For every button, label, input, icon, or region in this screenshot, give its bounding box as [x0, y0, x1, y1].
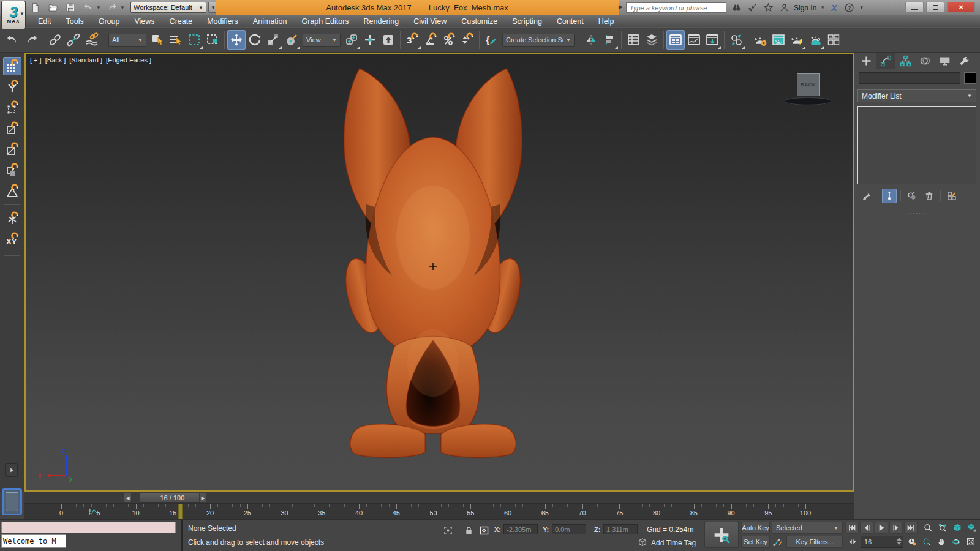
chevron-down-icon[interactable]: ▼	[820, 5, 825, 10]
select-by-name-button[interactable]	[167, 30, 185, 50]
restore-button[interactable]	[926, 2, 944, 13]
save-file-button[interactable]	[64, 2, 77, 14]
render-setup-button[interactable]	[751, 30, 769, 50]
go-to-start-button[interactable]	[845, 522, 859, 534]
maxscript-macro-recorder-line[interactable]	[1, 522, 176, 533]
remove-modifier-button[interactable]	[922, 189, 937, 203]
menu-group[interactable]: Group	[91, 15, 127, 27]
edit-named-selection-sets-button[interactable]: {	[482, 30, 500, 50]
selection-lock-toggle-button[interactable]	[462, 524, 475, 536]
auto-key-button[interactable]: Auto Key	[741, 522, 770, 534]
binoculars-button[interactable]	[730, 2, 742, 14]
menu-content[interactable]: Content	[549, 15, 591, 27]
use-pivot-point-center-button[interactable]	[342, 30, 361, 50]
zoom-extents-button[interactable]	[951, 522, 964, 534]
time-configuration-button[interactable]	[905, 536, 919, 548]
favorites-star-button[interactable]	[762, 2, 774, 14]
snap-to-face-button[interactable]	[3, 140, 21, 159]
tab-motion[interactable]	[915, 53, 935, 69]
set-keys-button[interactable]	[704, 522, 739, 548]
coordinate-y-field[interactable]	[552, 524, 586, 534]
menu-civil-view[interactable]: Civil View	[406, 15, 454, 27]
select-and-place-button[interactable]	[282, 30, 301, 50]
undo-button[interactable]	[4, 30, 22, 50]
key-step-toggle[interactable]	[846, 536, 859, 548]
tab-create[interactable]	[856, 53, 876, 69]
viewport-general-menu[interactable]: [ + ]	[30, 56, 42, 64]
snaps-toggle-3d-button[interactable]: 3	[403, 30, 421, 50]
object-color-swatch[interactable]	[964, 72, 976, 84]
infocenter-expand-icon[interactable]: ▶	[619, 4, 623, 10]
bind-to-space-warp-button[interactable]	[83, 30, 101, 50]
align-button[interactable]	[600, 30, 619, 50]
current-frame-marker[interactable]	[178, 504, 183, 519]
close-button[interactable]: ×	[947, 2, 975, 13]
spinner-snap-toggle-button[interactable]	[458, 30, 477, 50]
toggle-scene-explorer-button[interactable]	[624, 30, 643, 50]
isolate-selection-toggle-button[interactable]	[442, 524, 454, 536]
fox-mesh-object[interactable]	[26, 54, 853, 490]
add-time-tag-button[interactable]: Add Time Tag	[651, 539, 696, 547]
sign-in-button[interactable]: Sign In	[794, 4, 816, 12]
pan-hand-button[interactable]	[935, 536, 948, 548]
mirror-button[interactable]	[582, 30, 600, 50]
menu-tools[interactable]: Tools	[59, 15, 91, 27]
snap-to-frozen-button[interactable]	[3, 209, 21, 228]
menu-graph-editors[interactable]: Graph Editors	[294, 15, 356, 27]
render-production-button[interactable]	[788, 30, 806, 50]
object-name-field[interactable]	[859, 72, 960, 84]
viewport-layout-flyout-button[interactable]	[5, 463, 18, 477]
maximize-viewport-toggle-button[interactable]	[964, 536, 978, 548]
pin-stack-button[interactable]	[859, 189, 874, 203]
select-and-scale-button[interactable]	[264, 30, 282, 50]
next-frame-arrow[interactable]: ▶	[199, 493, 207, 503]
menu-animation[interactable]: Animation	[246, 15, 295, 27]
help-button[interactable]: ?	[843, 2, 856, 14]
next-frame-button[interactable]	[889, 522, 903, 534]
keyboard-shortcut-override-toggle-button[interactable]	[379, 30, 398, 50]
render-in-cloud-button[interactable]	[806, 30, 824, 50]
track-bar[interactable]: 0510152025303540455055606570758085909510…	[24, 504, 854, 519]
orbit-button[interactable]	[949, 536, 963, 548]
tab-hierarchy[interactable]	[895, 53, 915, 69]
current-frame-field[interactable]	[861, 536, 903, 548]
snap-axis-constraints-button[interactable]: XY	[3, 230, 21, 249]
viewport-render-preset-menu[interactable]: [Standard ]	[69, 56, 102, 64]
menu-scripting[interactable]: Scripting	[505, 15, 549, 27]
snap-to-vertex-button[interactable]	[3, 99, 21, 117]
redo-qat-button[interactable]	[105, 2, 119, 14]
make-unique-button[interactable]	[905, 189, 919, 203]
show-end-result-button[interactable]	[882, 189, 897, 203]
snap-to-pivot-button[interactable]	[3, 78, 21, 96]
schematic-view-button[interactable]	[703, 30, 722, 50]
coordinate-z-field[interactable]	[603, 524, 638, 534]
viewport[interactable]: [ + ][Back ][Standard ][Edged Faces ] BA…	[24, 53, 854, 492]
frame-number-input[interactable]	[861, 538, 892, 545]
key-filters-button[interactable]: Key Filters...	[786, 536, 843, 548]
tab-utilities[interactable]	[954, 53, 974, 69]
modifier-list-dropdown[interactable]: Modifier List ▼	[858, 89, 976, 102]
open-mini-curve-editor-button[interactable]	[86, 506, 100, 518]
workspace-dropdown[interactable]: Workspace: Default ▼	[130, 2, 206, 13]
select-and-link-button[interactable]	[46, 30, 64, 50]
redo-button[interactable]	[22, 30, 40, 50]
previous-frame-button[interactable]	[860, 522, 873, 534]
frame-spinner[interactable]	[897, 538, 902, 545]
communication-satellite-button[interactable]	[746, 2, 758, 14]
menu-create[interactable]: Create	[162, 15, 200, 27]
region-zoom-button[interactable]	[920, 536, 933, 548]
sign-in-user-icon[interactable]	[778, 2, 790, 14]
undo-qat-button[interactable]	[81, 2, 95, 14]
time-slider-thumb[interactable]: 16 / 100	[140, 493, 205, 503]
zoom-extents-all-button[interactable]	[965, 522, 979, 534]
coordinate-x-field[interactable]	[503, 524, 538, 534]
angle-snap-toggle-button[interactable]	[421, 30, 440, 50]
default-in-out-tangents-button[interactable]	[771, 536, 785, 548]
previous-frame-arrow[interactable]: ◀	[124, 493, 132, 503]
named-selection-sets-dropdown[interactable]: Create Selection Se▼	[502, 34, 575, 47]
chevron-down-icon[interactable]: ▼	[859, 5, 864, 10]
rectangular-selection-region-button[interactable]	[185, 30, 203, 50]
menu-help[interactable]: Help	[591, 15, 622, 27]
window-crossing-button[interactable]	[203, 30, 222, 50]
viewport-pov-menu[interactable]: [Back ]	[45, 56, 66, 64]
